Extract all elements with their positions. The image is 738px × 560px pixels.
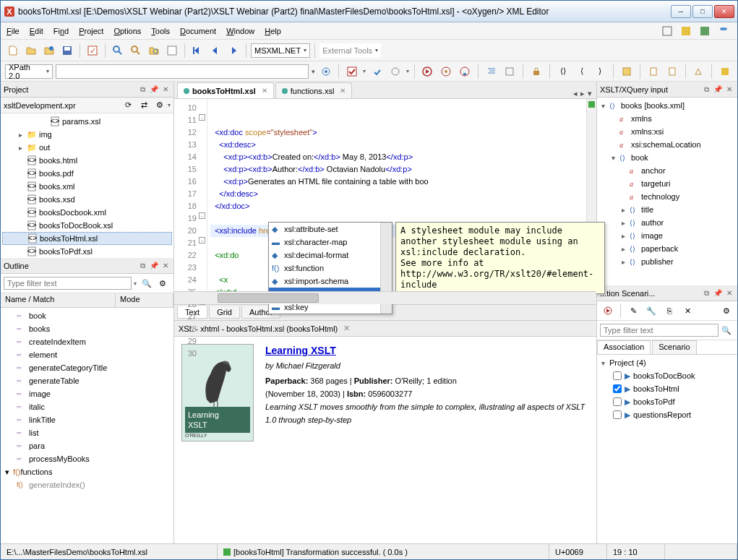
new-scenario-icon[interactable]: ✎	[625, 303, 641, 319]
run-icon[interactable]	[420, 64, 436, 79]
refresh-icon[interactable]: ⟳	[120, 98, 136, 113]
delete-scenario-icon[interactable]: ✕	[679, 303, 695, 319]
menu-tools[interactable]: Tools	[151, 27, 170, 35]
perspective-xslt-icon[interactable]	[678, 23, 694, 39]
scenario-filter-input[interactable]	[600, 324, 718, 337]
open-url-icon[interactable]	[41, 43, 57, 59]
outline-item[interactable]: ▫▫createIndexItem	[2, 335, 172, 348]
misc2-icon[interactable]: ⟨	[574, 64, 590, 79]
find-files-icon[interactable]	[146, 43, 162, 59]
scenario-item[interactable]: ▶questionsReport	[598, 408, 736, 421]
outline-item[interactable]: ▫▫list	[2, 426, 172, 439]
xqinput-item[interactable]: ▸⟨⟩author	[598, 216, 736, 229]
menu-edit[interactable]: Edit	[30, 27, 43, 35]
restore-icon[interactable]: ⧉	[701, 85, 711, 95]
outline-item[interactable]: ▫▫book	[2, 309, 172, 322]
settings-icon[interactable]: ⚙	[155, 275, 171, 291]
outline-function[interactable]: f()generateIndex()	[2, 478, 172, 491]
doc2-icon[interactable]	[664, 64, 680, 79]
new-icon[interactable]	[5, 43, 21, 59]
project-item[interactable]: <>books.xsd	[2, 193, 172, 206]
xqinput-item[interactable]: ▸⟨⟩image	[598, 229, 736, 242]
misc3-icon[interactable]: ⟩	[593, 64, 609, 79]
preview-panel[interactable]: Learning XSLT O'REILLY Learning XSLT by …	[174, 336, 596, 543]
project-item[interactable]: <>booksToHtml.xsl	[2, 232, 172, 245]
project-item[interactable]: ▸📁out	[2, 141, 172, 154]
xqinput-item[interactable]: ▸⟨⟩title	[598, 203, 736, 216]
close-button[interactable]: ✕	[714, 5, 734, 18]
outline-item[interactable]: ▫▫italic	[2, 400, 172, 413]
indent-icon[interactable]	[484, 64, 499, 79]
xqinput-item[interactable]: ▸⟨⟩paperback	[598, 242, 736, 255]
external-tools-combo[interactable]: External Tools▾	[319, 43, 381, 58]
h-scrollbar[interactable]	[174, 291, 596, 304]
outline-tree[interactable]: ▫▫book▫▫books▫▫createIndexItem▫▫element▫…	[1, 308, 173, 543]
debug-icon[interactable]	[438, 64, 454, 79]
search-icon[interactable]: 🔍	[139, 275, 155, 291]
forward-icon[interactable]	[226, 43, 241, 59]
lock-icon[interactable]	[528, 64, 544, 79]
scenario-item[interactable]: ▶booksToPdf	[598, 395, 736, 408]
outline-item[interactable]: ▫▫processMyBooks	[2, 452, 172, 465]
outline-functions-header[interactable]: ▾f()functions	[2, 465, 172, 478]
tab-list-icon[interactable]: ▾	[588, 89, 592, 98]
xqinput-item[interactable]: aanchor	[598, 164, 736, 177]
close-panel-icon[interactable]: ✕	[160, 85, 171, 95]
scenario-checkbox[interactable]	[613, 397, 622, 406]
xpath-settings-icon[interactable]	[318, 64, 334, 79]
settings-icon[interactable]: ⚙	[718, 303, 734, 319]
xqinput-item[interactable]: ▾⟨⟩books [books.xml]	[598, 99, 736, 112]
project-item[interactable]: <>books.html	[2, 154, 172, 167]
minimize-button[interactable]: ─	[671, 5, 691, 18]
scenario-tree[interactable]: ▾Project (4)▶booksToDocBook▶booksToHtml▶…	[597, 355, 737, 543]
scenario-group[interactable]: ▾Project (4)	[598, 356, 736, 369]
project-item[interactable]: <>booksDocbook.xml	[2, 206, 172, 219]
project-tree[interactable]: <>params.xsl▸📁img▸📁out<>books.html<>book…	[1, 113, 173, 258]
outline-item[interactable]: ▫▫para	[2, 439, 172, 452]
prev-tab-icon[interactable]: ◂	[573, 89, 578, 98]
search-icon[interactable]: 🔍	[718, 322, 734, 338]
menu-file[interactable]: File	[7, 27, 20, 35]
xqinput-item[interactable]: atargeturi	[598, 177, 736, 190]
completion-item[interactable]: ▬xsl:character-map	[269, 236, 392, 249]
scenario-checkbox[interactable]	[613, 371, 622, 380]
project-item[interactable]: <>booksToDocBook.xsl	[2, 219, 172, 232]
tab-functions[interactable]: functions.xsl✕	[275, 82, 353, 98]
edit-scenario-icon[interactable]: 🔧	[643, 303, 659, 319]
project-item[interactable]: <>params.xsl	[2, 115, 172, 128]
xpath-input[interactable]	[56, 64, 309, 79]
open-icon[interactable]	[23, 43, 39, 59]
outline-item[interactable]: ▫▫generateCategoryTitle	[2, 361, 172, 374]
close-panel-icon[interactable]: ✕	[724, 85, 734, 95]
tab-association[interactable]: Association	[597, 340, 651, 354]
engine-combo[interactable]: MSXML.NET▾	[251, 43, 310, 58]
misc1-icon[interactable]: ⟨⟩	[555, 64, 571, 79]
completion-item[interactable]: f()xsl:function	[269, 262, 392, 275]
xqinput-tree[interactable]: ▾⟨⟩books [books.xml]axmlnsaxmlns:xsiaxsi…	[597, 98, 737, 285]
perspective-db-icon[interactable]	[716, 23, 731, 39]
xqinput-item[interactable]: axsi:schemaLocation	[598, 138, 736, 151]
validate-icon[interactable]	[344, 64, 360, 79]
project-item[interactable]: <>books.pdf	[2, 167, 172, 180]
tab-scenario[interactable]: Scenario	[652, 340, 696, 354]
menu-help[interactable]: Help	[265, 27, 281, 35]
next-tab-icon[interactable]: ▸	[580, 89, 585, 98]
xpath-version-combo[interactable]: XPath 2.0▾	[5, 64, 53, 79]
code-editor[interactable]: 1011121314151617181920212223242526272829…	[174, 99, 596, 291]
pin-icon[interactable]: 📌	[713, 288, 723, 298]
completion-item[interactable]: ◆xsl:import-schema	[269, 275, 392, 288]
menu-options[interactable]: Options	[113, 27, 141, 35]
scenario-item[interactable]: ▶booksToDocBook	[598, 369, 736, 382]
outline-item[interactable]: ▫▫books	[2, 322, 172, 335]
debug-back-icon[interactable]	[189, 43, 205, 59]
menu-find[interactable]: Find	[53, 27, 69, 35]
outline-item[interactable]: ▫▫linkTitle	[2, 413, 172, 426]
close-panel-icon[interactable]: ✕	[724, 288, 734, 298]
outline-filter-input[interactable]	[4, 277, 132, 290]
scenario-checkbox[interactable]	[613, 384, 622, 393]
close-panel-icon[interactable]: ✕	[160, 261, 171, 271]
refactor-icon[interactable]	[619, 64, 635, 79]
project-item[interactable]: <>books.xml	[2, 180, 172, 193]
book-title-link[interactable]: Learning XSLT	[265, 344, 589, 357]
settings-icon[interactable]: ⚙	[152, 98, 168, 113]
